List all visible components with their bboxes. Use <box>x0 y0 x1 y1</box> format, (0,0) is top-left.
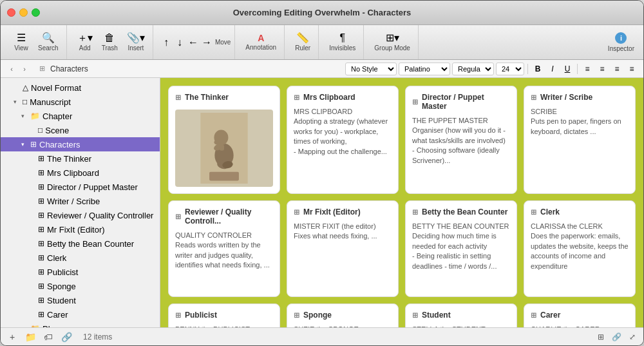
annotation-button[interactable]: A Annotation <box>242 31 280 53</box>
style-select[interactable]: No Style <box>345 62 397 75</box>
card-publicist[interactable]: ⊞ Publicist PENNY the PUBLICIST Does the… <box>168 303 280 327</box>
italic-button[interactable]: I <box>546 62 559 75</box>
card-student[interactable]: ⊞ Student STELLA the STUDENT Reading boo… <box>405 303 517 327</box>
characters-icon: ⊞ <box>30 140 37 149</box>
move-left-button[interactable]: ← <box>187 36 200 49</box>
writer-icon: ⊞ <box>38 197 44 206</box>
card-betty[interactable]: ⊞ Betty the Bean Counter BETTY THE BEAN … <box>405 200 517 297</box>
sidebar-item-writer[interactable]: ⊞ Writer / Scribe <box>1 194 160 208</box>
director-icon: ⊞ <box>38 182 44 191</box>
sidebar-item-the-thinker[interactable]: ⊞ The Thinker <box>1 151 160 166</box>
link-button[interactable]: 🔗 <box>60 331 73 343</box>
font-select[interactable]: Palatino <box>399 62 450 75</box>
link-view-button[interactable]: 🔗 <box>609 331 624 343</box>
insert-button[interactable]: 📎▾ Insert <box>123 30 149 54</box>
sidebar-item-chapter[interactable]: ▾ 📁 Chapter <box>1 109 160 123</box>
ruler-button[interactable]: 📏 Ruler <box>291 30 314 54</box>
card-body: PENNY the PUBLICIST Does the social medi… <box>175 325 273 327</box>
card-type-icon: ⊞ <box>531 311 536 320</box>
card-header: ⊞ Carer <box>531 311 629 320</box>
card-type-icon: ⊞ <box>294 311 299 320</box>
card-the-thinker[interactable]: ⊞ The Thinker <box>168 86 280 194</box>
title-bar: Overcoming Editing Overwhelm - Character… <box>1 1 643 25</box>
align-center-button[interactable]: ≡ <box>596 62 609 75</box>
move-right-button[interactable]: → <box>200 36 213 49</box>
maximize-button[interactable] <box>32 8 40 17</box>
folder-button[interactable]: 📁 <box>24 331 37 343</box>
view-button[interactable]: ☰ View <box>10 30 33 54</box>
card-sponge[interactable]: ⊞ Sponge SUZIE the SPONGE Spends time in… <box>287 303 399 327</box>
size-select[interactable]: 24 <box>496 62 524 75</box>
add-item-button[interactable]: + <box>6 331 19 343</box>
card-writer[interactable]: ⊞ Writer / Scribe SCRIBE Puts pen to pap… <box>524 86 636 194</box>
sidebar-item-novel-format[interactable]: △ Novel Format <box>1 81 160 95</box>
card-header: ⊞ Sponge <box>294 311 392 320</box>
card-title: Writer / Scribe <box>540 93 592 102</box>
search-button[interactable]: 🔍 Search <box>34 30 62 54</box>
card-body: SCRIBE Puts pen to paper, fingers on key… <box>531 107 629 137</box>
card-title: Student <box>422 311 451 320</box>
invisibles-button[interactable]: ¶ Invisibles <box>325 30 359 54</box>
trash-button[interactable]: 🗑 Trash <box>98 30 122 54</box>
sidebar-item-reviewer[interactable]: ⊞ Reviewer / Quality Controller <box>1 208 160 222</box>
minimize-button[interactable] <box>19 8 28 17</box>
expand-arrow: ▾ <box>21 141 28 148</box>
weight-select[interactable]: Regular <box>452 62 494 75</box>
scene-icon: □ <box>38 126 43 135</box>
svg-rect-1 <box>209 172 239 181</box>
card-director[interactable]: ⊞ Director / Puppet Master THE PUPPET MA… <box>405 86 517 194</box>
card-header: ⊞ Reviewer / Quality Controll... <box>175 207 273 226</box>
tag-button[interactable]: 🏷 <box>42 331 55 343</box>
toolbar-add-group: ＋▾ Add 🗑 Trash 📎▾ Insert <box>70 25 153 59</box>
align-left-button[interactable]: ≡ <box>581 62 594 75</box>
sidebar-item-label: Betty the Bean Counter <box>47 239 134 249</box>
sidebar-item-label: Publicist <box>47 267 78 277</box>
card-mr-fixit[interactable]: ⊞ Mr FixIt (Editor) MISTER FIXIT (the ed… <box>287 200 399 297</box>
sidebar-item-mrs-clipboard[interactable]: ⊞ Mrs Clipboard <box>1 166 160 180</box>
sidebar-item-director[interactable]: ⊞ Director / Puppet Master <box>1 180 160 194</box>
bold-button[interactable]: B <box>531 62 544 75</box>
main-area: △ Novel Format ▾ □ Manuscript ▾ 📁 Chapte… <box>1 78 643 327</box>
card-header: ⊞ Clerk <box>531 207 629 216</box>
align-right-button[interactable]: ≡ <box>611 62 623 75</box>
sidebar-item-carer[interactable]: ⊞ Carer <box>1 307 160 322</box>
traffic-lights <box>7 8 40 17</box>
inspector-button[interactable]: i Inspector <box>604 30 638 55</box>
card-title: The Thinker <box>185 93 229 102</box>
mr-fixit-icon: ⊞ <box>38 225 44 234</box>
card-body: STELLA the STUDENT Reading books on how … <box>412 325 510 327</box>
expand-view-button[interactable]: ⤢ <box>627 331 638 343</box>
groupmode-button[interactable]: ⊞▾ Group Mode <box>370 30 414 54</box>
move-down-button[interactable]: ↓ <box>173 36 186 49</box>
sidebar-item-clerk[interactable]: ⊞ Clerk <box>1 251 160 265</box>
card-body: SUZIE the SPONGE Spends time in cafes, l… <box>294 325 392 327</box>
format-divider-1 <box>527 64 528 74</box>
card-carer[interactable]: ⊞ Carer CHARLIE the CARER Makes sure the… <box>524 303 636 327</box>
sidebar-item-places[interactable]: ▸ 📁 Places <box>1 322 160 327</box>
grid-view-button[interactable]: ⊞ <box>595 331 607 343</box>
card-reviewer[interactable]: ⊞ Reviewer / Quality Controll... QUALITY… <box>168 200 280 297</box>
sidebar-item-mr-fixit[interactable]: ⊞ Mr FixIt (Editor) <box>1 222 160 236</box>
card-header: ⊞ Director / Puppet Master <box>412 93 510 111</box>
card-mrs-clipboard[interactable]: ⊞ Mrs Clipboard MRS CLIPBOARD Adopting a… <box>287 86 399 194</box>
sidebar-item-scene[interactable]: □ Scene <box>1 123 160 137</box>
sidebar-item-betty[interactable]: ⊞ Betty the Bean Counter <box>1 236 160 251</box>
move-up-button[interactable]: ↑ <box>160 36 173 49</box>
card-clerk[interactable]: ⊞ Clerk CLARISSA the CLERK Does the pape… <box>524 200 636 297</box>
sidebar-item-sponge[interactable]: ⊞ Sponge <box>1 279 160 293</box>
right-arrow-icon: → <box>202 37 212 48</box>
add-button[interactable]: ＋▾ Add <box>73 30 97 54</box>
sidebar-item-manuscript[interactable]: ▾ □ Manuscript <box>1 95 160 109</box>
close-button[interactable] <box>7 8 15 17</box>
toolbar-invisibles-group: ¶ Invisibles <box>321 25 364 59</box>
sidebar-item-characters[interactable]: ▾ ⊞ Characters <box>1 137 160 151</box>
window-title: Overcoming Editing Overwhelm - Character… <box>233 8 412 17</box>
nav-back-button[interactable]: ‹ <box>6 63 17 75</box>
sidebar-item-student[interactable]: ⊞ Student <box>1 293 160 307</box>
nav-forward-button[interactable]: › <box>19 63 30 75</box>
student-icon: ⊞ <box>38 296 44 305</box>
sidebar-item-publicist[interactable]: ⊞ Publicist <box>1 265 160 279</box>
card-header: ⊞ Betty the Bean Counter <box>412 207 510 216</box>
align-justify-button[interactable]: ≡ <box>625 62 638 75</box>
underline-button[interactable]: U <box>561 62 574 75</box>
